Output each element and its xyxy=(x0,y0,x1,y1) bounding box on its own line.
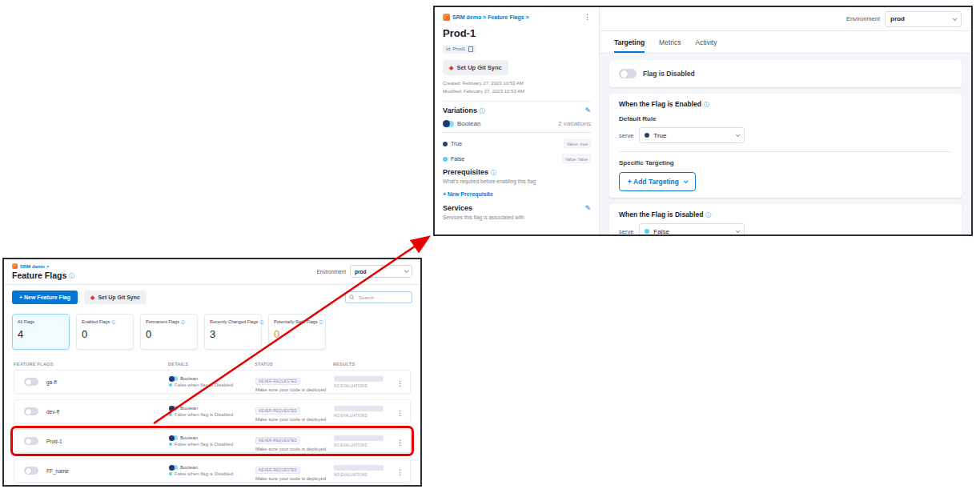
disabled-heading: When the Flag is Disabled xyxy=(619,210,703,218)
setup-git-sync-button[interactable]: ◆Set Up Git Sync xyxy=(443,60,508,75)
flag-toggle[interactable] xyxy=(24,378,38,386)
flag-name: ga-ff xyxy=(46,379,57,385)
true-variation-dot xyxy=(443,142,448,146)
created-at: Created: February 27, 2023 10:53 AM xyxy=(443,80,591,88)
git-diamond-icon: ◆ xyxy=(90,295,94,300)
services-header: Services ✎ xyxy=(443,204,591,212)
info-icon: ⓘ xyxy=(491,170,496,175)
new-prerequisite-link[interactable]: + New Prerequisite xyxy=(443,191,493,197)
stat-enabled-flags[interactable]: Enabled Flagsⓘ 0 xyxy=(76,314,134,350)
breadcrumb-text[interactable]: SRM demo > Feature Flags > xyxy=(452,14,529,20)
search-input[interactable] xyxy=(357,295,408,301)
harness-logo-icon xyxy=(443,14,450,21)
environment-bar: Environment prod xyxy=(317,265,413,278)
info-icon: ⓘ xyxy=(111,320,115,324)
variation-count: 2 variations xyxy=(558,120,591,127)
kebab-menu-icon[interactable]: ⋮ xyxy=(584,14,591,21)
setup-git-sync-button[interactable]: ◆Set Up Git Sync xyxy=(84,291,147,304)
variation-value-badge: Value: false xyxy=(562,154,591,163)
table-row-dev-ff[interactable]: dev-ff Boolean False when flag is Disabl… xyxy=(14,399,411,423)
false-variation-dot xyxy=(169,443,172,446)
stat-permanent-flags[interactable]: Permanent Flagsⓘ 0 xyxy=(140,314,198,350)
kebab-menu-icon[interactable]: ⋮ xyxy=(396,379,404,387)
status-badge: NEVER-REQUESTED xyxy=(255,467,300,474)
new-feature-flag-button[interactable]: + New Feature Flag xyxy=(12,291,78,304)
boolean-variation-icon xyxy=(443,121,454,127)
serve-row-disabled: serve False xyxy=(619,223,952,234)
divider xyxy=(619,151,952,152)
flag-timestamps: Created: February 27, 2023 10:53 AM Modi… xyxy=(443,80,591,95)
variations-heading: Variations xyxy=(443,106,477,114)
variation-type: Boolean xyxy=(457,120,480,127)
info-icon: ⓘ xyxy=(705,212,711,218)
add-targeting-button[interactable]: + Add Targeting xyxy=(619,172,696,191)
edit-variations-icon[interactable]: ✎ xyxy=(584,107,591,114)
stat-potentially-stale-flags[interactable]: Potentially Stale Flagsⓘ 0 xyxy=(268,314,326,350)
tab-targeting[interactable]: Targeting xyxy=(614,31,645,53)
detail-tabs: Targeting Metrics Activity xyxy=(600,31,971,54)
environment-select[interactable]: prod xyxy=(885,11,962,27)
flag-id-badge: Id: Prod1 xyxy=(443,45,476,54)
info-icon: ⓘ xyxy=(69,273,74,279)
prerequisites-description: What's required before enabling this fla… xyxy=(443,178,591,184)
table-row-ff-name[interactable]: FF_name Boolean False when flag is Disab… xyxy=(14,459,411,483)
specific-targeting-label: Specific Targeting xyxy=(619,159,952,166)
flag-name: Prod-1 xyxy=(46,439,62,444)
serve-label: serve xyxy=(619,228,633,235)
environment-select[interactable]: prod xyxy=(350,265,412,278)
flag-name: dev-ff xyxy=(46,409,59,415)
tab-metrics[interactable]: Metrics xyxy=(659,31,681,53)
false-variation-dot xyxy=(169,383,172,387)
serve-false-select[interactable]: False xyxy=(639,223,745,234)
prerequisites-heading: Prerequisites xyxy=(443,168,488,176)
boolean-variation-icon xyxy=(169,376,178,381)
environment-bar: Environment prod xyxy=(600,7,971,31)
variation-item-false: False Value: false xyxy=(443,154,591,163)
table-row-prod-1[interactable]: Prod-1 Boolean False when flag is Disabl… xyxy=(14,429,411,453)
flag-title: Prod-1 xyxy=(443,27,591,39)
serve-true-select[interactable]: True xyxy=(639,127,745,143)
flag-toggle[interactable] xyxy=(24,467,38,475)
flag-state-label: Flag is Disabled xyxy=(643,70,695,78)
flag-disabled-card: When the Flag is Disabledⓘ serve False xyxy=(609,204,962,234)
kebab-menu-icon[interactable]: ⋮ xyxy=(396,439,404,447)
git-diamond-icon: ◆ xyxy=(449,65,453,70)
flag-detail-main: Environment prod Targeting Metrics Activ… xyxy=(600,7,971,234)
harness-logo-icon xyxy=(12,263,18,269)
stat-cards: All Flags 4 Enabled Flagsⓘ 0 Permanent F… xyxy=(4,309,420,358)
flag-name: FF_name xyxy=(46,468,69,474)
variation-type-row: Boolean 2 variations xyxy=(443,114,591,133)
false-variation-dot xyxy=(443,157,448,162)
feature-flags-list-panel: SRM demo > Feature Flags ⓘ Environment p… xyxy=(2,258,422,487)
flag-detail-panel: SRM demo > Feature Flags > ⋮ Prod-1 Id: … xyxy=(433,6,973,236)
boolean-variation-icon xyxy=(169,406,178,411)
boolean-variation-icon xyxy=(169,465,178,470)
kebab-menu-icon[interactable]: ⋮ xyxy=(396,468,404,476)
stat-recently-changed-flags[interactable]: Recently Changed Flagsⓘ 3 xyxy=(204,314,262,350)
copy-icon[interactable] xyxy=(468,46,473,52)
targeting-content: Flag is Disabled When the Flag is Enable… xyxy=(600,54,971,234)
tab-activity[interactable]: Activity xyxy=(695,31,717,53)
variations-header: Variationsⓘ ✎ xyxy=(443,106,591,114)
breadcrumb-text[interactable]: SRM demo > xyxy=(20,264,49,269)
flag-state-toggle[interactable] xyxy=(619,69,637,78)
info-icon: ⓘ xyxy=(259,320,263,324)
boolean-variation-icon xyxy=(169,435,178,440)
variation-item-true: True Value: true xyxy=(443,139,591,148)
chevron-down-icon xyxy=(404,268,409,273)
info-icon: ⓘ xyxy=(704,102,709,107)
kebab-menu-icon[interactable]: ⋮ xyxy=(396,409,404,417)
flag-toggle[interactable] xyxy=(24,437,38,445)
default-rule-label: Default Rule xyxy=(619,115,952,122)
stat-all-flags[interactable]: All Flags 4 xyxy=(12,314,70,350)
chevron-down-icon xyxy=(953,16,958,21)
services-description: Services this flag is associated with xyxy=(443,214,591,220)
table-row-ga-ff[interactable]: ga-ff Boolean False when flag is Disable… xyxy=(14,370,411,394)
flag-toggle[interactable] xyxy=(24,407,38,415)
edit-services-icon[interactable]: ✎ xyxy=(584,205,591,212)
info-icon: ⓘ xyxy=(319,320,323,324)
divider xyxy=(443,101,591,102)
breadcrumb: SRM demo > Feature Flags > ⋮ xyxy=(443,14,591,21)
results-bar xyxy=(334,406,384,411)
results-bar xyxy=(334,376,384,382)
